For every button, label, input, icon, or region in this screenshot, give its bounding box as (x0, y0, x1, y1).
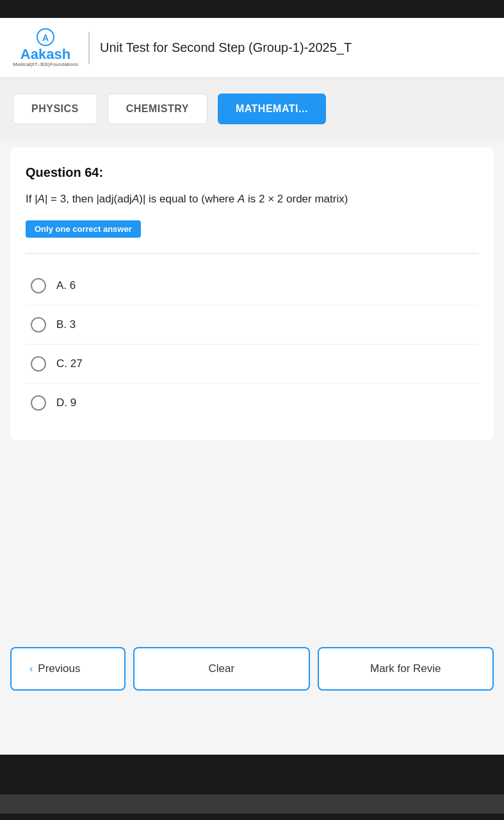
tab-chemistry[interactable]: CHEMISTRY (108, 94, 207, 124)
svg-text:A: A (42, 33, 49, 43)
option-c-label: C. 27 (56, 357, 83, 370)
option-a-label: A. 6 (56, 279, 76, 292)
clear-label: Clear (208, 662, 234, 675)
option-b-label: B. 3 (56, 318, 76, 331)
question-area: Question 64: If |A| = 3, then |adj(adjA)… (10, 147, 494, 440)
previous-button[interactable]: ‹ Previous (10, 647, 126, 691)
bottom-bar (0, 794, 504, 814)
header-title: Unit Test for Second Step (Group-1)-2025… (100, 40, 352, 55)
bottom-nav: ‹ Previous Clear Mark for Revie (0, 634, 504, 703)
aakash-logo-icon: A (37, 28, 54, 46)
radio-d[interactable] (31, 395, 46, 411)
option-d-label: D. 9 (56, 397, 76, 409)
answer-type-badge: Only one correct answer (26, 220, 141, 238)
header-divider (88, 32, 90, 64)
clear-button[interactable]: Clear (133, 647, 310, 691)
option-b[interactable]: B. 3 (26, 306, 478, 345)
question-text: If |A| = 3, then |adj(adjA)| is equal to… (26, 190, 478, 208)
option-d[interactable]: D. 9 (26, 384, 478, 422)
mark-review-label: Mark for Revie (370, 662, 441, 675)
radio-c[interactable] (31, 356, 46, 372)
options-divider (26, 253, 478, 254)
header: A Aakash Medical|IIT-JEE|Foundations Uni… (0, 18, 504, 78)
question-number: Question 64: (26, 165, 478, 180)
radio-a[interactable] (31, 278, 46, 293)
chevron-left-icon: ‹ (29, 663, 33, 675)
logo-text: Aakash (20, 47, 70, 62)
tab-physics[interactable]: PHYSICS (13, 94, 97, 124)
tabs-container: PHYSICS CHEMISTRY MATHEMATI... (0, 78, 504, 140)
logo-area: A Aakash Medical|IIT-JEE|Foundations (13, 28, 78, 67)
option-a[interactable]: A. 6 (26, 266, 478, 306)
mark-review-button[interactable]: Mark for Revie (318, 647, 494, 691)
logo-subtitle: Medical|IIT-JEE|Foundations (13, 62, 78, 67)
tab-mathematics[interactable]: MATHEMATI... (218, 94, 326, 124)
bottom-area (0, 769, 504, 820)
radio-b[interactable] (31, 317, 46, 332)
option-c[interactable]: C. 27 (26, 345, 478, 384)
previous-label: Previous (38, 662, 80, 675)
